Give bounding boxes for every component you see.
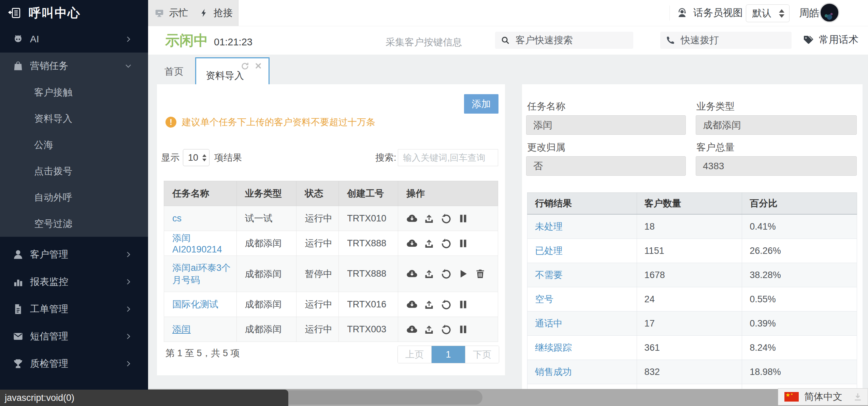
profile-select-value: 默认: [752, 7, 779, 20]
collapse-sidebar-icon[interactable]: [8, 6, 21, 20]
tab-home[interactable]: 首页: [155, 61, 193, 83]
keyword-search-input[interactable]: [398, 149, 498, 166]
sidebar: 呼叫中心 AI 营销任务 客户接触 资料导入: [0, 0, 148, 406]
sidebar-item-empty-number-filter[interactable]: 空号过滤: [0, 211, 148, 237]
cloud-download-icon[interactable]: [406, 238, 418, 249]
close-icon[interactable]: [254, 62, 262, 70]
col-creator[interactable]: 创建工号: [339, 181, 398, 206]
quick-search-input[interactable]: [515, 34, 612, 46]
count-cell: 24: [637, 287, 742, 311]
result-link[interactable]: 继续跟踪: [535, 343, 572, 353]
upload-icon[interactable]: [423, 268, 435, 279]
quick-dial-input[interactable]: [680, 34, 777, 46]
sidebar-item-marketing-tasks[interactable]: 营销任务: [0, 53, 148, 79]
page-size-select[interactable]: 10: [183, 149, 209, 166]
task-name-link[interactable]: 国际化测试: [172, 299, 218, 309]
table-row: 空号 24 0.55%: [527, 287, 857, 311]
sidebar-item-ai[interactable]: AI: [0, 26, 148, 53]
search-label: 搜索:: [375, 149, 396, 166]
sidebar-item-label: 公海: [34, 139, 53, 151]
profile-select[interactable]: 默认: [746, 4, 790, 22]
col-task-name[interactable]: 任务名称: [164, 181, 237, 206]
result-link[interactable]: 不需要: [535, 270, 563, 280]
download-icon[interactable]: [853, 392, 863, 402]
undo-icon[interactable]: [440, 299, 452, 310]
task-name-link[interactable]: 添闰AI20190214: [172, 233, 222, 255]
undo-icon[interactable]: [440, 324, 452, 335]
result-link[interactable]: 已处理: [535, 246, 563, 256]
sidebar-item-workorder-mgmt[interactable]: 工单管理: [0, 295, 148, 323]
sidebar-item-click-dial[interactable]: 点击拨号: [0, 158, 148, 184]
play-icon[interactable]: [458, 268, 469, 279]
sidebar-item-customer-mgmt[interactable]: 客户管理: [0, 241, 148, 268]
undo-icon[interactable]: [440, 268, 452, 279]
task-name-link[interactable]: cs: [172, 213, 182, 223]
pause-icon[interactable]: [458, 213, 469, 224]
page-1-button[interactable]: 1: [431, 346, 465, 363]
chevron-right-icon: [124, 332, 132, 340]
percent-cell: 0.41%: [742, 214, 857, 239]
sidebar-item-data-import[interactable]: 资料导入: [0, 105, 148, 132]
biz-type-cell: 成都添闰: [236, 256, 296, 292]
undo-icon[interactable]: [440, 213, 452, 224]
result-link[interactable]: 空号: [535, 294, 553, 304]
col-biz-type[interactable]: 业务类型: [236, 181, 296, 206]
status-cell: 运行中: [296, 317, 339, 342]
add-button[interactable]: 添加: [464, 94, 498, 114]
tab-data-import[interactable]: 资料导入: [195, 57, 270, 84]
cloud-download-icon[interactable]: [406, 299, 418, 310]
ai-icon: [12, 33, 24, 45]
upload-icon[interactable]: [423, 238, 435, 249]
sidebar-item-quality-mgmt[interactable]: 质检管理: [0, 350, 148, 377]
pause-icon[interactable]: [458, 299, 469, 310]
sidebar-group-marketing: 营销任务 客户接触 资料导入 公海 点击拨号 自动外呼 空号过滤: [0, 53, 148, 237]
language-selector[interactable]: ★★ 简体中文: [778, 388, 868, 405]
username[interactable]: 周皓: [799, 0, 820, 26]
chevron-right-icon: [124, 35, 132, 43]
task-name-link[interactable]: 添闰ai环泰3个月号码: [172, 263, 231, 285]
collect-keypress-link[interactable]: 采集客户按键信息: [386, 36, 462, 49]
pause-icon[interactable]: [458, 324, 469, 335]
upload-icon[interactable]: [423, 213, 435, 224]
prev-page-button[interactable]: 上页: [398, 346, 431, 363]
warning-text: 建议单个任务下上传的客户资料不要超过十万条: [182, 116, 375, 128]
common-scripts-button[interactable]: 常用话术: [802, 33, 858, 47]
tab-label: 资料导入: [206, 69, 244, 82]
task-name-link[interactable]: 添闰: [172, 324, 191, 334]
results-label: 项结果: [214, 149, 242, 166]
cloud-download-icon[interactable]: [406, 213, 418, 224]
count-cell: 18: [637, 384, 742, 389]
headset-person-icon: [676, 7, 688, 19]
result-link[interactable]: 未处理: [535, 221, 563, 232]
sidebar-item-customer-contact[interactable]: 客户接触: [0, 79, 148, 105]
result-link[interactable]: 销售成功: [535, 367, 572, 377]
cloud-download-icon[interactable]: [406, 268, 418, 279]
grab-call-button[interactable]: 抢接: [194, 0, 238, 26]
upload-icon[interactable]: [423, 299, 435, 310]
next-page-button[interactable]: 下页: [465, 346, 499, 363]
envelope-icon: [12, 331, 24, 342]
sidebar-item-public-pool[interactable]: 公海: [0, 132, 148, 158]
person-icon: [12, 249, 24, 260]
col-status[interactable]: 状态: [296, 181, 339, 206]
upload-icon[interactable]: [423, 324, 435, 335]
result-link[interactable]: 通话中: [535, 318, 563, 329]
biz-type-cell: 成都添闰: [236, 317, 296, 342]
sidebar-item-auto-outbound[interactable]: 自动外呼: [0, 184, 148, 211]
sidebar-item-sms-mgmt[interactable]: 短信管理: [0, 323, 148, 350]
trash-icon[interactable]: [475, 268, 486, 279]
refresh-icon[interactable]: [241, 62, 249, 71]
select-spinner-icon: [202, 154, 206, 161]
agent-status-text[interactable]: 示闲中: [165, 31, 208, 50]
sidebar-item-report-monitor[interactable]: 报表监控: [0, 268, 148, 295]
quick-dial-box: [660, 32, 792, 49]
undo-icon[interactable]: [440, 238, 452, 249]
avatar[interactable]: [820, 3, 839, 23]
count-cell: 1151: [637, 239, 742, 263]
pause-icon[interactable]: [458, 238, 469, 249]
chevron-right-icon: [124, 250, 132, 259]
chevron-right-icon: [124, 305, 132, 313]
cloud-download-icon[interactable]: [406, 324, 418, 335]
table-row: 销售成功 832 18.98%: [527, 360, 857, 384]
show-busy-button[interactable]: 示忙: [148, 0, 194, 26]
